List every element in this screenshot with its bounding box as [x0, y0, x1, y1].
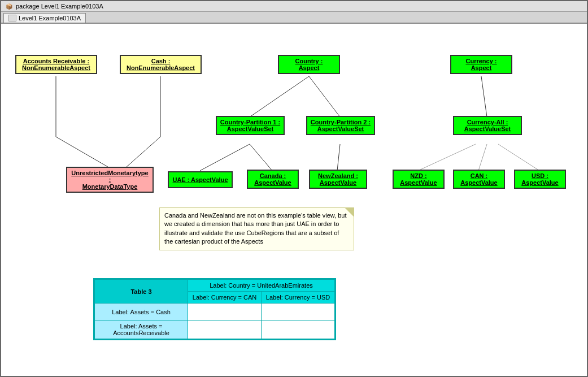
node-country-label: Country : — [295, 58, 323, 64]
svg-line-6 — [200, 144, 250, 171]
row2-label-cell: Label: Assets =AccountsReceivable — [95, 320, 188, 339]
node-unrestricted: UnrestrictedMonetarytype : MonetaryDataT… — [66, 167, 154, 193]
node-unrest-type: MonetaryDataType — [82, 183, 138, 190]
node-cp1-label: Country-Partition 1 : — [220, 119, 280, 125]
node-accounts-receivable: Accounts Receivable : NonEnumerableAspec… — [15, 55, 97, 74]
data-table: Table 3 Label: Country = UnitedArabEmira… — [94, 279, 335, 339]
svg-line-9 — [481, 76, 487, 117]
row2-can-cell — [188, 320, 262, 339]
row2-usd-cell — [262, 320, 335, 339]
svg-line-12 — [498, 144, 539, 171]
table-3-container: Table 3 Label: Country = UnitedArabEmira… — [93, 278, 336, 340]
node-nz-label: NewZealand : — [318, 172, 358, 179]
diagram-area: Accounts Receivable : NonEnumerableAspec… — [1, 24, 587, 376]
main-window: 📦 package Level1 Example0103A Level1 Exa… — [0, 0, 588, 377]
row1-can-cell — [188, 304, 262, 320]
node-ar-type: NonEnumerableAspect — [22, 64, 90, 71]
row1-usd-cell — [262, 304, 335, 320]
note-text: Canada and NewZealand are not on this ex… — [164, 212, 347, 245]
node-country-type: Aspect — [299, 64, 320, 71]
node-can: CAN : AspectValue — [453, 170, 505, 189]
title-bar: 📦 package Level1 Example0103A — [1, 1, 587, 12]
node-currency: Currency : Aspect — [450, 55, 512, 74]
svg-line-8 — [337, 144, 340, 171]
svg-line-10 — [418, 144, 476, 171]
node-canada-type: AspectValue — [254, 179, 291, 186]
node-nzd-type: AspectValue — [400, 179, 437, 186]
node-uae: UAE : AspectValue — [168, 171, 233, 188]
node-nzd-label: NZD : — [410, 172, 426, 179]
node-cp1-type: AspectValueSet — [227, 125, 274, 132]
tab-label: Level1 Example0103A — [19, 15, 81, 21]
svg-line-5 — [309, 76, 340, 117]
tab-bar: Level1 Example0103A — [1, 12, 587, 24]
svg-line-11 — [478, 144, 487, 171]
currency-can-label: Label: Currency = CAN — [193, 294, 256, 301]
currency-usd-label: Label: Currency = USD — [266, 294, 330, 301]
window-title: package Level1 Example0103A — [16, 3, 103, 10]
svg-line-1 — [56, 137, 110, 168]
node-cash: Cash : NonEnumerableAspect — [120, 55, 202, 74]
row2-label: Label: Assets =AccountsReceivable — [113, 323, 169, 336]
node-nz-type: AspectValue — [320, 179, 356, 186]
node-currency-type: Aspect — [471, 64, 492, 71]
node-cash-type: NonEnumerableAspect — [127, 64, 195, 71]
node-country: Country : Aspect — [278, 55, 340, 74]
node-cp2-label: Country-Partition 2 : — [311, 119, 371, 125]
node-usd-label: USD : — [532, 172, 548, 179]
country-header-label: Label: Country = UnitedArabEmirates — [210, 282, 313, 289]
node-newzealand: NewZealand : AspectValue — [309, 170, 367, 189]
country-header-cell: Label: Country = UnitedArabEmirates — [188, 280, 335, 292]
node-can-type: AspectValue — [460, 179, 497, 186]
node-nzd: NZD : AspectValue — [393, 170, 445, 189]
svg-line-4 — [250, 76, 309, 117]
currency-can-header: Label: Currency = CAN — [188, 292, 262, 304]
node-ca-label: Currency-All : — [467, 119, 508, 125]
node-canada: Canada : AspectValue — [247, 170, 299, 189]
node-usd-type: AspectValue — [521, 179, 558, 186]
node-cash-label: Cash : — [151, 58, 171, 64]
row1-label: Label: Assets = Cash — [112, 309, 171, 315]
node-ca-type: AspectValueSet — [464, 125, 511, 132]
package-icon: 📦 — [6, 3, 12, 10]
node-country-partition1: Country-Partition 1 : AspectValueSet — [216, 116, 285, 135]
node-uae-label: UAE : AspectValue — [172, 176, 228, 183]
node-unrest-label: UnrestrictedMonetarytype : — [71, 170, 148, 183]
node-country-partition2: Country-Partition 2 : AspectValueSet — [306, 116, 375, 135]
tab-package-icon — [8, 15, 16, 21]
node-ar-label: Accounts Receivable : — [23, 58, 89, 64]
node-canada-label: Canada : — [260, 172, 286, 179]
tab-level1[interactable]: Level1 Example0103A — [3, 13, 86, 23]
table-title: Table 3 — [130, 288, 151, 295]
node-currency-all: Currency-All : AspectValueSet — [453, 116, 522, 135]
note-box: Canada and NewZealand are not on this ex… — [159, 207, 354, 250]
node-can-label: CAN : — [471, 172, 488, 179]
svg-line-3 — [125, 137, 160, 168]
node-usd: USD : AspectValue — [514, 170, 566, 189]
currency-usd-header: Label: Currency = USD — [262, 292, 335, 304]
node-cp2-type: AspectValueSet — [317, 125, 364, 132]
row1-label-cell: Label: Assets = Cash — [95, 304, 188, 320]
node-currency-label: Currency : — [465, 58, 496, 64]
table-title-cell: Table 3 — [95, 280, 188, 304]
svg-line-7 — [250, 144, 272, 171]
